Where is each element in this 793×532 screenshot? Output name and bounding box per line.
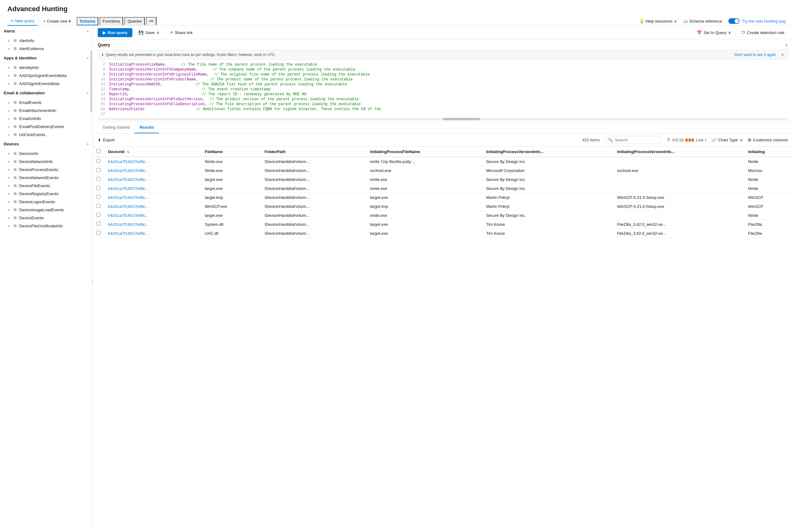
device-id-link[interactable]: b4cf1ca7f14017b48c...: [108, 195, 149, 200]
create-detection-rule-button[interactable]: 🛡 Create detection rule: [737, 28, 788, 37]
collapse-sidebar-button[interactable]: ‹: [89, 278, 93, 285]
cell-version-info2: WinSCP-5.21.5-Setup.exe: [613, 202, 744, 211]
sidebar-item-emailevents[interactable]: ∨ ⊞ EmailEvents ⋮: [0, 98, 93, 107]
row-checkbox[interactable]: [96, 177, 100, 181]
col-filename[interactable]: FileName: [201, 147, 261, 157]
sidebar-item-urlclick[interactable]: ∨ ⊞ UrlClickEvents ⋮: [0, 131, 93, 138]
sidebar-item-deviceinfo[interactable]: ∨ ⊞ DeviceInfo ⋮: [0, 149, 93, 157]
sidebar-item-emailurl[interactable]: ∨ ⊞ EmailUrlInfo ⋮: [0, 114, 93, 122]
section-alerts[interactable]: Alerts ∧: [0, 26, 93, 37]
tab-queries[interactable]: Queries: [124, 17, 145, 25]
section-email[interactable]: Email & collaboration ∧: [0, 88, 93, 98]
sidebar-item-deviceimageload[interactable]: ∨ ⊞ DeviceImageLoadEvents ⋮: [0, 206, 93, 214]
device-id-link[interactable]: b4cf1ca7f14017b48c...: [108, 177, 149, 182]
device-id-link[interactable]: b4cf1ca7f14017b48c...: [108, 204, 149, 209]
table-icon19: ⊞: [14, 215, 17, 220]
sidebar-item-devicenetworkevents[interactable]: ∨ ⊞ DeviceNetworkEvents ⋮: [0, 173, 93, 182]
cell-filename: target.exe: [201, 211, 261, 220]
run-query-button[interactable]: ▶ Run query: [98, 28, 132, 37]
save-button[interactable]: 💾 Save ∨: [135, 28, 163, 37]
select-all-checkbox[interactable]: [96, 149, 100, 153]
table-icon20: ⊞: [14, 224, 17, 228]
tab-more[interactable]: •••: [146, 17, 156, 25]
chevron-devices: ∧: [86, 142, 89, 146]
col-version-info2[interactable]: InitiatingProcessVersionInfo...: [613, 147, 744, 157]
sidebar-item-identityinfo[interactable]: ∨ ⊞ IdentityInfo ⋮: [0, 63, 93, 72]
device-id-link[interactable]: b4cf1ca7f14017b48c...: [108, 231, 149, 236]
sidebar-item-devicelogon[interactable]: ∨ ⊞ DeviceLogonEvents ⋮: [0, 198, 93, 206]
section-apps-identities[interactable]: Apps & identities ∧: [0, 53, 93, 63]
schema-reference-link[interactable]: 📖 Schema reference: [683, 19, 722, 23]
sidebar-item-emailpost[interactable]: ∨ ⊞ EmailPostDeliveryEvents ⋮: [0, 122, 93, 131]
dont-show-link[interactable]: Don't want to see it again: [735, 53, 776, 57]
sidebar-item-deviceregistryevents[interactable]: ∨ ⊞ DeviceRegistryEvents ⋮: [0, 190, 93, 198]
row-checkbox[interactable]: [96, 159, 100, 163]
header-nav: ✏ New query + Create new ▾ Schema Functi…: [7, 17, 786, 25]
sidebar-item-alertevidence[interactable]: ∨ ⊞ AlertEvidence ⋮: [0, 44, 93, 53]
book-icon: 📖: [683, 19, 688, 23]
help-resources-link[interactable]: 💡 Help resources ∨: [639, 19, 677, 23]
row-checkbox[interactable]: [96, 186, 100, 190]
device-id-link[interactable]: b4cf1ca7f14017b48c...: [108, 222, 149, 227]
row-checkbox[interactable]: [96, 195, 100, 199]
tab-schema[interactable]: Schema: [77, 17, 98, 25]
new-query-button[interactable]: ✏ New query: [7, 17, 37, 26]
expand-icon6: ∨: [7, 101, 11, 104]
expand-icon20: ∨: [7, 224, 11, 228]
row-checkbox-cell: [93, 202, 104, 211]
cell-version-info2: FileZilla_3.62.0_win32-se...: [613, 220, 744, 229]
header: Advanced Hunting ✏ New query + Create ne…: [0, 0, 793, 26]
table-icon12: ⊞: [14, 159, 17, 164]
horizontal-scrollbar[interactable]: [98, 118, 788, 120]
col-version-info1[interactable]: InitiatingProcessVersionInfo...: [482, 147, 613, 157]
create-new-button[interactable]: + Create new ▾: [40, 17, 74, 25]
sidebar-item-aadspn[interactable]: ∨ ⊞ AADSpnSignInEventsBeta ⋮: [0, 72, 93, 79]
expand-icon3: ∨: [7, 66, 11, 69]
sidebar-item-aadsign[interactable]: ∨ ⊞ AADSignInEventsBeta ⋮: [0, 79, 93, 88]
tab-functions[interactable]: Functions: [100, 17, 123, 25]
sidebar-item-alertinfo[interactable]: ∨ ⊞ AlertInfo ⋮: [0, 37, 93, 44]
set-in-query-button[interactable]: 📅 Set In Query ∨: [693, 28, 735, 37]
cell-version-info1: Secure By Design Inc.: [482, 157, 613, 166]
device-id-link[interactable]: b4cf1ca7f14017b48c...: [108, 213, 149, 218]
tab-getting-started[interactable]: Getting Started: [98, 122, 135, 133]
section-devices[interactable]: Devices ∧: [0, 138, 93, 149]
search-input[interactable]: [615, 138, 658, 142]
sidebar-item-deviceevents[interactable]: ∨ ⊞ DeviceEvents ⋮: [0, 214, 93, 222]
info-banner: ℹ Query results are presented in your lo…: [98, 50, 788, 60]
row-checkbox[interactable]: [96, 222, 100, 226]
sidebar-item-devicenetworkinfo[interactable]: ∨ ⊞ DeviceNetworkInfo ⋮: [0, 157, 93, 166]
share-link-button[interactable]: ↗ Share link: [166, 28, 196, 37]
col-folderpath[interactable]: FolderPath: [261, 147, 366, 157]
row-checkbox[interactable]: [96, 213, 100, 217]
tab-results[interactable]: Results: [135, 122, 159, 133]
cell-version-info2: [613, 175, 744, 184]
cell-filename: System.dll: [201, 220, 261, 229]
col-initiating-process-filename[interactable]: InitiatingProcessFileName: [366, 147, 482, 157]
row-checkbox[interactable]: [96, 204, 100, 208]
device-id-link[interactable]: b4cf1ca7f14017b48c...: [108, 168, 149, 173]
row-checkbox[interactable]: [96, 168, 100, 172]
sidebar-item-devicefileevents[interactable]: ∨ ⊞ DeviceFileEvents ⋮: [0, 182, 93, 190]
col-deviceid[interactable]: DeviceId ⇅: [104, 147, 201, 157]
sidebar-item-emailattachment[interactable]: ∨ ⊞ EmailAttachmentInfo ⋮: [0, 107, 93, 114]
sidebar-scrollbar[interactable]: [91, 51, 92, 112]
chart-type-button[interactable]: 📈 Chart Type ∨: [711, 138, 742, 142]
device-id-link[interactable]: b4cf1ca7f14017b48c...: [108, 186, 149, 191]
export-button[interactable]: ⬇ Export: [98, 138, 115, 142]
col-initiating[interactable]: Initiating: [744, 147, 793, 157]
device-id-link[interactable]: b4cf1ca7f14017b48c...: [108, 159, 149, 164]
customize-columns-button[interactable]: ⊞ Customize columns: [748, 138, 788, 142]
sidebar-item-deviceprocessevents[interactable]: ∨ ⊞ DeviceProcessEvents ⋮: [0, 166, 93, 173]
download-icon: ⬇: [98, 138, 101, 142]
row-checkbox[interactable]: [96, 231, 100, 235]
cell-version-info1: Martin Prikryl: [482, 193, 613, 202]
close-banner-button[interactable]: ✕: [781, 53, 784, 57]
sidebar-item-devicefilecert[interactable]: ∨ ⊞ DeviceFileCertificateInfo ⋮: [0, 222, 93, 230]
row-checkbox-cell: [93, 229, 104, 238]
query-collapse-button[interactable]: ∧: [785, 43, 788, 47]
code-editor[interactable]: 7 InitiatingProcessFileName, // The file…: [93, 62, 793, 117]
new-hunting-toggle[interactable]: [728, 18, 739, 24]
cell-initiating: Microso: [744, 166, 793, 175]
code-line-15: 15 InitiatingProcessVersionInfoFileDescr…: [98, 102, 788, 107]
